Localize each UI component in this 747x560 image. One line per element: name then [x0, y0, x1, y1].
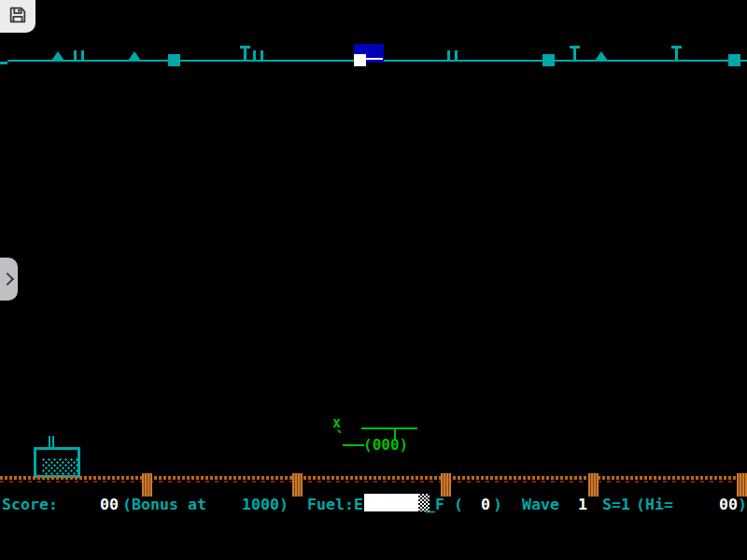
status-fuel-full-label: _F	[426, 496, 444, 513]
status-ships-label: S=1	[602, 496, 630, 513]
status-hi-paren-close: )	[738, 496, 747, 513]
status-fuel-paren-close: )	[493, 496, 502, 513]
fence-post	[292, 473, 303, 497]
status-wave-label: Wave	[522, 496, 559, 513]
game-canvas[interactable]: x ` (000) Score:00(Bonus at1000)Fuel:E_F…	[0, 0, 747, 560]
status-bonus-value: 1000)	[242, 496, 289, 513]
status-fuel-label: Fuel:E	[307, 496, 363, 513]
status-fuel-paren-open: (	[454, 496, 463, 513]
save-state-button[interactable]	[0, 0, 35, 33]
floppy-disk-icon	[7, 5, 28, 29]
status-wave-value: 1	[578, 496, 587, 513]
chevron-right-icon	[1, 273, 14, 286]
fence-post	[441, 473, 451, 497]
side-panel-toggle[interactable]	[0, 258, 18, 301]
status-score-value: 00	[100, 496, 119, 513]
status-hi-label: (Hi=	[636, 496, 673, 513]
fuel-gauge-bar	[364, 494, 418, 511]
fence-post	[588, 473, 599, 497]
ground-dashes-top	[0, 476, 747, 480]
status-bar: Score:00(Bonus at1000)Fuel:E_F(0)Wave1S=…	[0, 495, 747, 515]
ground-dashes-bottom	[0, 481, 747, 483]
fence-post	[142, 473, 152, 497]
fence-post	[737, 473, 747, 497]
status-fuel-value: 0	[481, 496, 490, 513]
status-hi-value: 00	[719, 496, 738, 513]
status-bonus-label: (Bonus at	[122, 496, 206, 513]
status-score-label: Score:	[2, 496, 58, 513]
ground	[0, 0, 747, 560]
